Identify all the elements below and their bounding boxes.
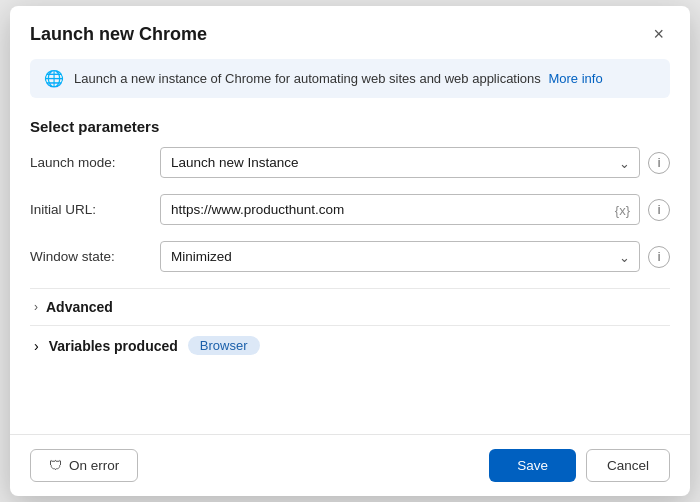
variables-chevron-icon: › [34,338,39,354]
variables-label: Variables produced [49,338,178,354]
launch-mode-info-icon[interactable]: i [648,152,670,174]
launch-mode-row: Launch mode: Launch new Instance Attach … [30,147,670,178]
initial-url-info-icon[interactable]: i [648,199,670,221]
dialog-footer: 🛡 On error Save Cancel [10,434,690,496]
more-info-link[interactable]: More info [548,71,602,86]
launch-mode-select[interactable]: Launch new Instance Attach to existing b… [160,147,640,178]
advanced-chevron-icon: › [34,300,38,314]
footer-right: Save Cancel [489,449,670,482]
save-button[interactable]: Save [489,449,576,482]
launch-mode-select-wrapper: Launch new Instance Attach to existing b… [160,147,640,178]
window-state-control: Minimized Maximized Normal ⌄ i [160,241,670,272]
initial-url-row: Initial URL: {x} i [30,194,670,225]
section-title: Select parameters [10,114,690,147]
dialog-title: Launch new Chrome [30,24,207,45]
advanced-row[interactable]: › Advanced [30,288,670,325]
dialog: Launch new Chrome × 🌐 Launch a new insta… [10,6,690,496]
advanced-label: Advanced [46,299,113,315]
window-state-label: Window state: [30,249,160,264]
initial-url-control: {x} i [160,194,670,225]
shield-icon: 🛡 [49,458,63,473]
initial-url-label: Initial URL: [30,202,160,217]
launch-mode-control: Launch new Instance Attach to existing b… [160,147,670,178]
dialog-header: Launch new Chrome × [10,6,690,59]
info-bar-text: Launch a new instance of Chrome for auto… [74,71,603,86]
params-area: Launch mode: Launch new Instance Attach … [10,147,690,434]
launch-mode-label: Launch mode: [30,155,160,170]
on-error-button[interactable]: 🛡 On error [30,449,138,482]
browser-badge: Browser [188,336,260,355]
variables-row: › Variables produced Browser [30,325,670,365]
window-state-select[interactable]: Minimized Maximized Normal [160,241,640,272]
cancel-button[interactable]: Cancel [586,449,670,482]
window-state-info-icon[interactable]: i [648,246,670,268]
info-bar: 🌐 Launch a new instance of Chrome for au… [30,59,670,98]
close-button[interactable]: × [647,22,670,47]
window-state-select-wrapper: Minimized Maximized Normal ⌄ [160,241,640,272]
window-state-row: Window state: Minimized Maximized Normal… [30,241,670,272]
globe-icon: 🌐 [44,69,64,88]
initial-url-input-wrapper: {x} [160,194,640,225]
initial-url-input[interactable] [160,194,640,225]
